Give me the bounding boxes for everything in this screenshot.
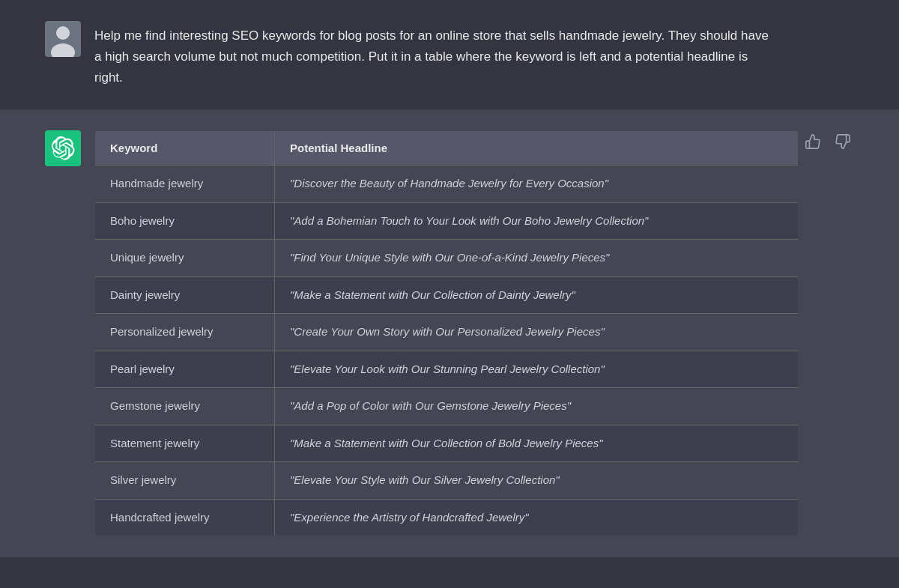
user-avatar: [45, 21, 81, 57]
table-row: Handmade jewelry"Discover the Beauty of …: [95, 166, 799, 203]
thumbs-down-button[interactable]: [832, 130, 854, 153]
headline-cell: "Make a Statement with Our Collection of…: [275, 425, 799, 462]
table-header-row: Keyword Potential Headline: [95, 131, 799, 166]
svg-point-1: [56, 26, 70, 40]
keyword-cell: Personalized jewelry: [95, 314, 275, 351]
keyword-cell: Unique jewelry: [95, 240, 275, 277]
headline-cell: "Create Your Own Story with Our Personal…: [275, 314, 799, 351]
headline-cell: "Add a Bohemian Touch to Your Look with …: [275, 202, 799, 240]
keyword-cell: Statement jewelry: [95, 425, 275, 462]
keyword-header: Keyword: [95, 131, 275, 166]
headline-cell: "Elevate Your Look with Our Stunning Pea…: [275, 351, 799, 388]
table-row: Dainty jewelry"Make a Statement with Our…: [95, 276, 799, 314]
keyword-cell: Boho jewelry: [95, 202, 275, 240]
table-row: Handcrafted jewelry"Experience the Artis…: [95, 499, 799, 536]
ai-avatar: [45, 130, 81, 166]
keyword-cell: Gemstone jewelry: [95, 388, 275, 425]
keyword-cell: Handmade jewelry: [95, 166, 275, 203]
headline-cell: "Elevate Your Style with Our Silver Jewe…: [275, 462, 799, 500]
keyword-cell: Dainty jewelry: [95, 276, 275, 314]
keyword-cell: Pearl jewelry: [95, 351, 275, 388]
table-row: Unique jewelry"Find Your Unique Style wi…: [95, 240, 799, 277]
headline-cell: "Add a Pop of Color with Our Gemstone Je…: [275, 388, 799, 425]
table-row: Pearl jewelry"Elevate Your Look with Our…: [95, 351, 799, 388]
headline-header: Potential Headline: [275, 131, 799, 166]
keyword-cell: Handcrafted jewelry: [95, 499, 275, 536]
table-row: Boho jewelry"Add a Bohemian Touch to You…: [95, 202, 799, 240]
ai-message-content: Keyword Potential Headline Handmade jewe…: [94, 130, 814, 536]
thumbs-up-button[interactable]: [802, 130, 824, 153]
user-message-row: Help me find interesting SEO keywords fo…: [0, 0, 899, 109]
headline-cell: "Discover the Beauty of Handmade Jewelry…: [275, 166, 799, 203]
feedback-buttons: [802, 130, 854, 153]
keyword-cell: Silver jewelry: [95, 462, 275, 500]
headline-cell: "Find Your Unique Style with Our One-of-…: [275, 240, 799, 277]
user-message-text: Help me find interesting SEO keywords fo…: [94, 21, 769, 88]
table-row: Personalized jewelry"Create Your Own Sto…: [95, 314, 799, 351]
headline-cell: "Experience the Artistry of Handcrafted …: [275, 499, 799, 536]
table-row: Silver jewelry"Elevate Your Style with O…: [95, 462, 799, 500]
ai-message-row: Keyword Potential Headline Handmade jewe…: [0, 109, 899, 557]
table-row: Gemstone jewelry"Add a Pop of Color with…: [95, 388, 799, 425]
headline-cell: "Make a Statement with Our Collection of…: [275, 276, 799, 314]
table-row: Statement jewelry"Make a Statement with …: [95, 425, 799, 462]
keywords-table: Keyword Potential Headline Handmade jewe…: [94, 130, 799, 536]
chat-container: Help me find interesting SEO keywords fo…: [0, 0, 899, 557]
